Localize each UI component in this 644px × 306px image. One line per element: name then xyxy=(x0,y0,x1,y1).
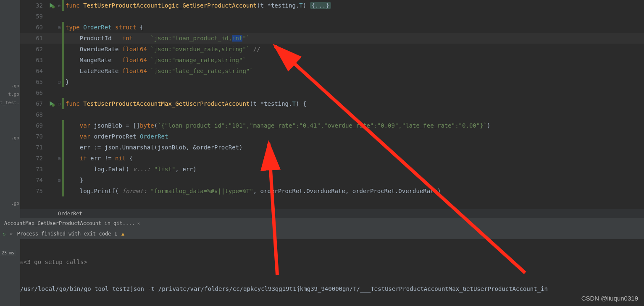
vcs-change-marker xyxy=(62,87,64,98)
line-number: 61 xyxy=(20,35,47,42)
code-line[interactable]: 71 err := json.Unmarshal(jsonBlob, &orde… xyxy=(20,142,644,153)
close-icon[interactable]: × xyxy=(137,221,140,226)
file-tab-stub[interactable]: .go xyxy=(11,201,19,206)
fold-icon[interactable]: ⊟ xyxy=(56,178,62,183)
code-content[interactable]: err := json.Unmarshal(jsonBlob, &orderPr… xyxy=(64,144,242,151)
line-number: 68 xyxy=(20,111,47,118)
code-content[interactable]: var orderProcRet OrderRet xyxy=(64,133,168,140)
line-number: 75 xyxy=(20,188,47,194)
code-line[interactable]: 66 xyxy=(20,87,644,98)
line-number: 74 xyxy=(20,177,47,183)
code-content[interactable]: ProductId int `json:"loan_product_id,int… xyxy=(64,35,250,42)
code-content[interactable]: } xyxy=(64,177,83,183)
vcs-change-marker xyxy=(62,109,64,120)
line-number: 62 xyxy=(20,46,47,52)
code-editor[interactable]: 32⊕func TestUserProductAccountLogic_GetU… xyxy=(20,0,644,209)
file-tab-stub[interactable]: t.go xyxy=(8,92,20,97)
line-number: 64 xyxy=(20,68,47,74)
project-file-gutter: .got.got_test..go.go xyxy=(0,0,20,306)
line-number: 32 xyxy=(20,2,47,9)
run-config-tab-row: AccountMax_GetUserProductAccount in git.… xyxy=(0,218,644,228)
run-config-tab[interactable]: AccountMax_GetUserProductAccount in git.… xyxy=(0,219,144,228)
tab-label: AccountMax_GetUserProductAccount in git.… xyxy=(4,220,135,226)
console-output[interactable]: ⊞<3 go setup calls> /usr/local/go/bin/go… xyxy=(20,240,644,306)
code-line[interactable]: 68 xyxy=(20,109,644,120)
code-content[interactable]: log.Printf( format: "formatlog_data=%#v|… xyxy=(64,188,441,194)
file-tab-stub[interactable]: .go xyxy=(11,135,19,141)
fold-icon[interactable]: ⊟ xyxy=(56,25,62,30)
line-number: 71 xyxy=(20,144,47,151)
code-line[interactable]: 62 OverdueRate float64 `json:"overdue_ra… xyxy=(20,44,644,55)
code-content[interactable]: if err != nil { xyxy=(64,155,133,162)
breadcrumb[interactable]: OrderRet xyxy=(20,209,644,218)
code-content[interactable]: log.Fatal( v...: "list", err) xyxy=(64,166,197,173)
code-line[interactable]: 75 log.Printf( format: "formatlog_data=%… xyxy=(20,186,644,196)
breadcrumb-item[interactable]: OrderRet xyxy=(58,211,82,217)
code-line[interactable]: 74⊟ } xyxy=(20,175,644,186)
line-number: 69 xyxy=(20,122,47,129)
chevron-right-icon: » xyxy=(10,231,13,237)
code-content[interactable]: type OrderRet struct { xyxy=(64,24,143,31)
fold-icon[interactable]: ⊟ xyxy=(56,102,62,106)
line-number: 73 xyxy=(20,166,47,173)
file-tab-stub[interactable]: t_test. xyxy=(0,100,19,105)
code-line[interactable]: 61 ProductId int `json:"loan_product_id,… xyxy=(20,33,644,44)
fold-icon[interactable]: ⊟ xyxy=(56,156,62,161)
test-duration-badge: 23 ms xyxy=(0,250,16,256)
code-content[interactable]: OverdueRate float64 `json:"overdue_rate,… xyxy=(64,46,260,52)
code-line[interactable]: 69 var jsonBlob = []byte(`{"loan_product… xyxy=(20,120,644,131)
svg-point-0 xyxy=(52,5,55,8)
code-line[interactable]: 65⊟} xyxy=(20,76,644,87)
code-line[interactable]: 32⊕func TestUserProductAccountLogic_GetU… xyxy=(20,0,644,11)
code-line[interactable]: 59 xyxy=(20,11,644,22)
code-line[interactable]: 64 LateFeeRate float64 `json:"late_fee_r… xyxy=(20,65,644,76)
fold-icon[interactable]: ⊞ xyxy=(20,260,23,265)
code-content[interactable]: func TestUserProductAccountMax_GetUserPr… xyxy=(64,100,306,107)
line-number: 70 xyxy=(20,133,47,140)
line-number: 72 xyxy=(20,155,47,162)
code-content[interactable]: var jsonBlob = []byte(`{"loan_product_id… xyxy=(64,122,490,129)
svg-point-1 xyxy=(52,104,55,107)
run-status-text: Process finished with exit code 1 xyxy=(17,231,117,237)
run-test-icon[interactable] xyxy=(47,3,56,8)
file-tab-stub[interactable]: .go xyxy=(11,83,19,89)
line-number: 66 xyxy=(20,89,47,96)
code-line[interactable]: 72⊟ if err != nil { xyxy=(20,153,644,164)
fold-icon[interactable]: ⊕ xyxy=(56,3,62,8)
run-test-icon[interactable] xyxy=(47,101,56,107)
code-content[interactable]: MangeRate float64 `json:"manage_rate,str… xyxy=(64,57,246,63)
line-number: 65 xyxy=(20,78,47,85)
run-toolbar: ↻ » Process finished with exit code 1 ▲ xyxy=(0,228,644,239)
code-line[interactable]: 73 log.Fatal( v...: "list", err) xyxy=(20,164,644,175)
code-line[interactable]: 60⊟type OrderRet struct { xyxy=(20,22,644,33)
code-content[interactable]: } xyxy=(64,78,69,85)
console-line: /usr/local/go/bin/go tool test2json -t /… xyxy=(20,285,644,293)
code-content[interactable]: LateFeeRate float64 `json:"late_fee_rate… xyxy=(64,68,253,74)
line-number: 63 xyxy=(20,57,47,63)
fold-icon[interactable]: ⊟ xyxy=(56,80,62,84)
console-line: ⊞<3 go setup calls> xyxy=(20,258,644,267)
code-line[interactable]: 70 var orderProcRet OrderRet xyxy=(20,131,644,142)
line-number: 67 xyxy=(20,100,47,107)
code-line[interactable]: 67⊟func TestUserProductAccountMax_GetUse… xyxy=(20,98,644,109)
rerun-icon[interactable]: ↻ xyxy=(3,231,5,237)
vcs-change-marker xyxy=(62,11,64,22)
line-number: 60 xyxy=(20,24,47,31)
code-content[interactable]: func TestUserProductAccountLogic_GetUser… xyxy=(64,2,331,9)
code-line[interactable]: 63 MangeRate float64 `json:"manage_rate,… xyxy=(20,55,644,65)
watermark: CSDN @liuqun0319 xyxy=(581,295,638,302)
warning-icon: ▲ xyxy=(121,231,124,237)
line-number: 59 xyxy=(20,13,47,20)
